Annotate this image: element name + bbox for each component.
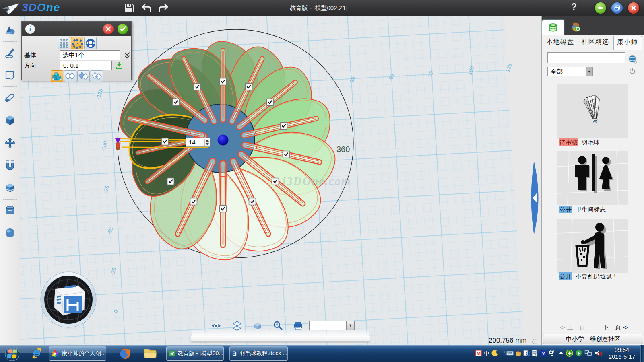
- svg-text:?: ?: [542, 351, 545, 356]
- svg-text:中: 中: [484, 350, 490, 357]
- svg-text:M: M: [477, 351, 481, 356]
- svg-text:W: W: [233, 352, 235, 355]
- svg-text:i3DOne.com: i3DOne.com: [283, 175, 351, 187]
- svg-text:°,: °,: [503, 350, 506, 355]
- svg-text:360: 360: [336, 145, 350, 154]
